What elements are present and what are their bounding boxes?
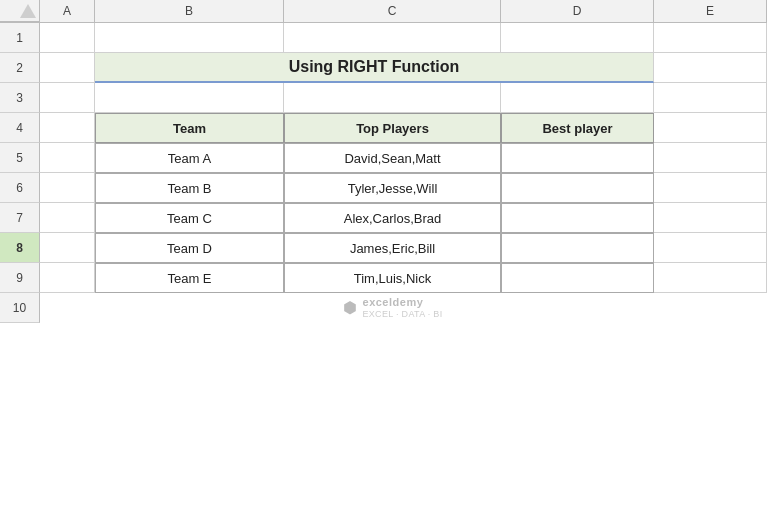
cell-d6[interactable] [501, 173, 654, 203]
cell-c1[interactable] [284, 23, 501, 53]
cell-d5[interactable] [501, 143, 654, 173]
cell-d8[interactable] [501, 233, 654, 263]
cell-a9[interactable] [40, 263, 95, 293]
cell-b8[interactable]: Team D [95, 233, 284, 263]
grid-body: 1 2 Using RIGHT Function 3 4 Te [0, 23, 767, 509]
cell-b4-header[interactable]: Team [95, 113, 284, 143]
cell-b6[interactable]: Team B [95, 173, 284, 203]
cell-c7[interactable]: Alex,Carlos,Brad [284, 203, 501, 233]
row-num-9: 9 [0, 263, 40, 293]
column-headers: A B C D E [0, 0, 767, 23]
cell-b7[interactable]: Team C [95, 203, 284, 233]
row-8: 8 Team D James,Eric,Bill [0, 233, 767, 263]
col-header-a: A [40, 0, 95, 22]
row-num-5: 5 [0, 143, 40, 173]
row-num-6: 6 [0, 173, 40, 203]
cell-e4[interactable] [654, 113, 767, 143]
cell-c6[interactable]: Tyler,Jesse,Will [284, 173, 501, 203]
row-num-8: 8 [0, 233, 40, 263]
col-header-c: C [284, 0, 501, 22]
row-num-4: 4 [0, 113, 40, 143]
row-4: 4 Team Top Players Best player [0, 113, 767, 143]
cell-e6[interactable] [654, 173, 767, 203]
cell-d4-header[interactable]: Best player [501, 113, 654, 143]
corner-cell [0, 0, 40, 22]
cell-c9[interactable]: Tim,Luis,Nick [284, 263, 501, 293]
cell-c3[interactable] [284, 83, 501, 113]
row-2: 2 Using RIGHT Function [0, 53, 767, 83]
cell-b5[interactable]: Team A [95, 143, 284, 173]
watermark-tagline: EXCEL · DATA · BI [363, 309, 443, 320]
watermark-brand: exceldemy [363, 296, 443, 309]
row-3: 3 [0, 83, 767, 113]
cell-d7[interactable] [501, 203, 654, 233]
cell-a2[interactable] [40, 53, 95, 83]
cell-a3[interactable] [40, 83, 95, 113]
spreadsheet: A B C D E 1 2 Using RIGHT Function 3 [0, 0, 767, 509]
cell-e3[interactable] [654, 83, 767, 113]
col-header-b: B [95, 0, 284, 22]
row-1: 1 [0, 23, 767, 53]
cell-b1[interactable] [95, 23, 284, 53]
cell-e8[interactable] [654, 233, 767, 263]
watermark: ⬢ exceldemy EXCEL · DATA · BI [288, 296, 497, 320]
row-num-1: 1 [0, 23, 40, 53]
cell-e9[interactable] [654, 263, 767, 293]
row-num-3: 3 [0, 83, 40, 113]
cell-a10[interactable] [40, 293, 95, 323]
cell-e10 [654, 293, 767, 323]
cell-a8[interactable] [40, 233, 95, 263]
cell-d3[interactable] [501, 83, 654, 113]
cell-e1[interactable] [654, 23, 767, 53]
cell-e7[interactable] [654, 203, 767, 233]
cell-c10-watermark: ⬢ exceldemy EXCEL · DATA · BI [284, 293, 501, 323]
cell-b2-title[interactable]: Using RIGHT Function [95, 53, 654, 83]
row-num-2: 2 [0, 53, 40, 83]
cell-b3[interactable] [95, 83, 284, 113]
cell-e5[interactable] [654, 143, 767, 173]
cell-a7[interactable] [40, 203, 95, 233]
row-10: 10 ⬢ exceldemy EXCEL · DATA · BI [0, 293, 767, 323]
row-9: 9 Team E Tim,Luis,Nick [0, 263, 767, 293]
row-5: 5 Team A David,Sean,Matt [0, 143, 767, 173]
svg-marker-0 [20, 4, 36, 18]
cell-d9[interactable] [501, 263, 654, 293]
cell-c8[interactable]: James,Eric,Bill [284, 233, 501, 263]
col-header-e: E [654, 0, 767, 22]
cell-a4[interactable] [40, 113, 95, 143]
row-6: 6 Team B Tyler,Jesse,Will [0, 173, 767, 203]
cell-a6[interactable] [40, 173, 95, 203]
cell-d10 [501, 293, 654, 323]
watermark-logo-icon: ⬢ [343, 298, 357, 317]
cell-b10 [95, 293, 284, 323]
row-num-10: 10 [0, 293, 40, 323]
watermark-text: exceldemy EXCEL · DATA · BI [363, 296, 443, 320]
cell-a5[interactable] [40, 143, 95, 173]
row-7: 7 Team C Alex,Carlos,Brad [0, 203, 767, 233]
cell-d1[interactable] [501, 23, 654, 53]
cell-c5[interactable]: David,Sean,Matt [284, 143, 501, 173]
cell-a1[interactable] [40, 23, 95, 53]
cell-e2[interactable] [654, 53, 767, 83]
cell-b9[interactable]: Team E [95, 263, 284, 293]
cell-c4-header[interactable]: Top Players [284, 113, 501, 143]
row-num-7: 7 [0, 203, 40, 233]
col-header-d: D [501, 0, 654, 22]
